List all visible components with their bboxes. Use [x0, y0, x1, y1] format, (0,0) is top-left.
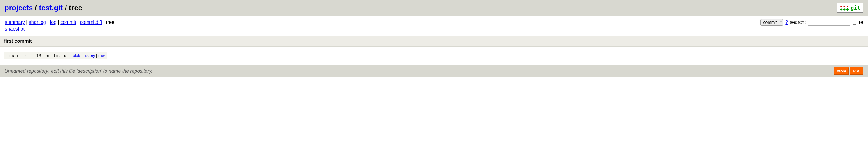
tree-listing: -rw-r--r-- 13 hello.txt blob | history |… [0, 47, 868, 65]
git-diff-icon: --- +++ [840, 5, 849, 11]
nav-commitdiff[interactable]: commitdiff [80, 20, 102, 25]
feed-buttons: Atom RSS [834, 68, 863, 75]
rss-feed-button[interactable]: RSS [850, 68, 863, 75]
git-logo-text: git [850, 5, 860, 11]
page-footer: Unnamed repository; edit this file 'desc… [0, 65, 868, 77]
breadcrumb-sep: / [33, 4, 39, 12]
raw-link[interactable]: raw [98, 53, 105, 58]
file-actions: blob | history | raw [73, 53, 105, 58]
blob-link[interactable]: blob [73, 53, 81, 58]
breadcrumb: projects / test.git / tree [5, 4, 82, 12]
nav-log[interactable]: log [50, 20, 56, 25]
tree-row: -rw-r--r-- 13 hello.txt blob | history |… [4, 52, 107, 59]
nav-links: summary | shortlog | log | commit | comm… [5, 19, 114, 33]
nav-snapshot[interactable]: snapshot [5, 26, 25, 32]
search-input[interactable] [808, 19, 850, 26]
nav-commit[interactable]: commit [60, 20, 76, 25]
regex-checkbox[interactable] [852, 21, 857, 25]
nav-bar: summary | shortlog | log | commit | comm… [0, 16, 868, 36]
repo-link[interactable]: test.git [39, 4, 63, 12]
page-header: projects / test.git / tree --- +++ git [0, 0, 868, 16]
atom-feed-button[interactable]: Atom [834, 68, 849, 75]
file-size: 13 [36, 53, 41, 58]
projects-link[interactable]: projects [5, 4, 33, 12]
history-link[interactable]: history [84, 53, 95, 58]
nav-summary[interactable]: summary [5, 20, 25, 25]
commit-title: first commit [0, 36, 868, 47]
repo-description: Unnamed repository; edit this file 'desc… [5, 68, 153, 74]
search-label: search: [790, 20, 806, 25]
breadcrumb-sep: / [63, 4, 69, 12]
page-title: tree [69, 4, 82, 12]
regex-label: re [859, 20, 863, 25]
file-mode: -rw-r--r-- [6, 53, 32, 58]
search-area: commit ▴▾ ? search: re [760, 19, 863, 26]
nav-tree-current: tree [106, 20, 114, 25]
file-name: hello.txt [45, 53, 68, 58]
nav-shortlog[interactable]: shortlog [29, 20, 46, 25]
search-help-link[interactable]: ? [785, 20, 788, 25]
search-type-select[interactable]: commit [760, 19, 783, 26]
git-logo[interactable]: --- +++ git [837, 3, 863, 13]
